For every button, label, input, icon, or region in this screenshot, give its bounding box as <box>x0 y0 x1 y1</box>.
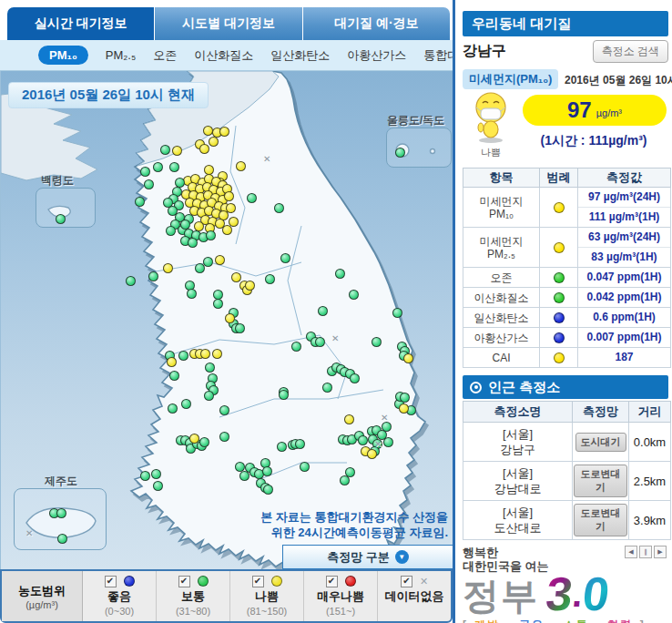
station-dot[interactable] <box>280 253 290 263</box>
station-dot[interactable] <box>188 238 198 248</box>
station-dot[interactable] <box>403 353 413 363</box>
station-dot[interactable] <box>222 225 232 235</box>
station-search-button[interactable]: 측정소 검색 <box>593 40 668 63</box>
station-dot[interactable] <box>153 481 163 491</box>
station-dot[interactable] <box>167 357 177 367</box>
station-dot[interactable] <box>277 442 287 452</box>
station-dot[interactable] <box>367 449 377 459</box>
no-data-marker[interactable]: ✕ <box>374 439 382 449</box>
pollutant-subtab[interactable]: 아황산가스 <box>347 47 406 64</box>
station-dot[interactable] <box>392 308 402 318</box>
measurement-row[interactable]: 일산화탄소0.6 ppm(1H) <box>463 308 671 328</box>
pollutant-subtab[interactable]: 일산화탄소 <box>270 47 330 64</box>
station-dot[interactable] <box>219 432 229 442</box>
station-dot[interactable] <box>245 281 255 291</box>
station-dot[interactable] <box>148 271 158 281</box>
station-dot[interactable] <box>236 161 246 171</box>
station-dot[interactable] <box>279 390 289 400</box>
station-dot[interactable] <box>358 435 368 445</box>
station-dot[interactable] <box>383 437 393 447</box>
nearby-station-row[interactable]: [서울]강남대로도로변대기2.5km <box>463 462 671 501</box>
no-data-marker[interactable]: ✕ <box>263 154 270 164</box>
station-dot[interactable] <box>215 255 225 265</box>
station-dot[interactable] <box>318 306 328 316</box>
station-dot[interactable] <box>213 299 223 309</box>
station-dot[interactable] <box>153 162 163 172</box>
station-dot[interactable] <box>231 272 241 282</box>
station-dot[interactable] <box>126 276 136 286</box>
station-dot[interactable] <box>235 323 245 333</box>
measurement-row[interactable]: 아황산가스0.007 ppm(1H) <box>463 328 671 348</box>
main-tab[interactable]: 대기질 예·경보 <box>303 7 450 40</box>
station-dot[interactable] <box>219 127 229 137</box>
banner-pause-button[interactable]: ∥ <box>639 546 652 558</box>
pollutant-subtab[interactable]: 오존 <box>153 47 177 64</box>
station-dot[interactable] <box>163 198 173 208</box>
legend-checkbox[interactable]: ✔ <box>401 576 412 587</box>
station-dot[interactable] <box>209 137 219 147</box>
station-dot[interactable] <box>263 485 273 495</box>
banner-next-button[interactable]: ▶ <box>654 546 667 558</box>
station-dot[interactable] <box>262 466 272 476</box>
legend-checkbox[interactable]: ✔ <box>252 576 264 587</box>
banner-prev-button[interactable]: ◀ <box>625 546 637 558</box>
station-dot[interactable] <box>219 405 229 415</box>
station-dot[interactable] <box>395 148 405 158</box>
station-dot[interactable] <box>151 469 161 479</box>
station-dot[interactable] <box>350 373 360 383</box>
station-dot[interactable] <box>189 434 199 444</box>
station-dot[interactable] <box>187 289 197 299</box>
no-data-marker[interactable]: ✕ <box>381 413 388 423</box>
station-dot[interactable] <box>274 203 284 213</box>
station-dot[interactable] <box>135 197 145 207</box>
station-dot[interactable] <box>225 313 235 323</box>
station-dot[interactable] <box>181 399 191 409</box>
station-dot[interactable] <box>199 144 209 154</box>
station-dot[interactable] <box>160 145 170 155</box>
no-data-marker[interactable]: ✕ <box>25 528 33 538</box>
measurement-row[interactable]: 미세먼지PM₁₀97 µg/m³(24H)111 µg/m³(1H) <box>463 188 671 228</box>
station-dot[interactable] <box>335 269 345 279</box>
station-dot[interactable] <box>57 534 67 544</box>
station-dot[interactable] <box>199 437 209 447</box>
legend-checkbox[interactable]: ✔ <box>326 576 338 587</box>
station-dot[interactable] <box>169 371 179 381</box>
station-dot[interactable] <box>229 217 239 227</box>
station-dot[interactable] <box>265 274 275 284</box>
station-dot[interactable] <box>200 349 210 359</box>
pollutant-subtab[interactable]: PM₁₀ <box>38 46 88 65</box>
station-dot[interactable] <box>295 439 305 449</box>
station-dot[interactable] <box>340 475 350 485</box>
station-dot[interactable] <box>399 403 409 414</box>
station-dot[interactable] <box>322 383 332 393</box>
station-dot[interactable] <box>172 146 182 156</box>
station-dot[interactable] <box>212 349 222 359</box>
station-dot[interactable] <box>163 263 173 273</box>
station-dot[interactable] <box>300 462 310 472</box>
station-dot[interactable] <box>144 179 154 189</box>
measurement-row[interactable]: 미세먼지PM₂.₅63 µg/m³(24H)83 µg/m³(1H) <box>463 228 671 268</box>
station-dot[interactable] <box>291 342 301 352</box>
station-dot[interactable] <box>205 363 215 373</box>
measurement-row[interactable]: 오존0.047 ppm(1H) <box>463 268 671 288</box>
station-dot[interactable] <box>224 191 234 201</box>
station-dot[interactable] <box>140 167 150 177</box>
main-tab[interactable]: 실시간 대기정보 <box>7 7 155 40</box>
station-dot[interactable] <box>400 393 410 403</box>
pollutant-subtab[interactable]: 이산화질소 <box>194 47 253 64</box>
main-tab[interactable]: 시도별 대기정보 <box>155 7 302 40</box>
station-dot[interactable] <box>204 391 214 401</box>
pollutant-subtab[interactable]: PM₂.₅ <box>106 48 136 62</box>
station-dot[interactable] <box>372 337 382 347</box>
station-dot[interactable] <box>166 226 176 236</box>
station-dot[interactable] <box>203 257 213 267</box>
station-dot[interactable] <box>169 162 179 172</box>
network-type-button[interactable]: 측정망 구분 ▼ <box>282 545 453 569</box>
station-dot[interactable] <box>206 230 216 240</box>
station-dot[interactable] <box>168 403 178 414</box>
station-dot[interactable] <box>178 351 188 361</box>
station-dot[interactable] <box>180 220 190 230</box>
station-dot[interactable] <box>247 193 257 203</box>
nearby-station-row[interactable]: [서울]도산대로도로변대기3.9km <box>463 501 671 540</box>
measurement-row[interactable]: 이산화질소0.042 ppm(1H) <box>463 288 671 308</box>
